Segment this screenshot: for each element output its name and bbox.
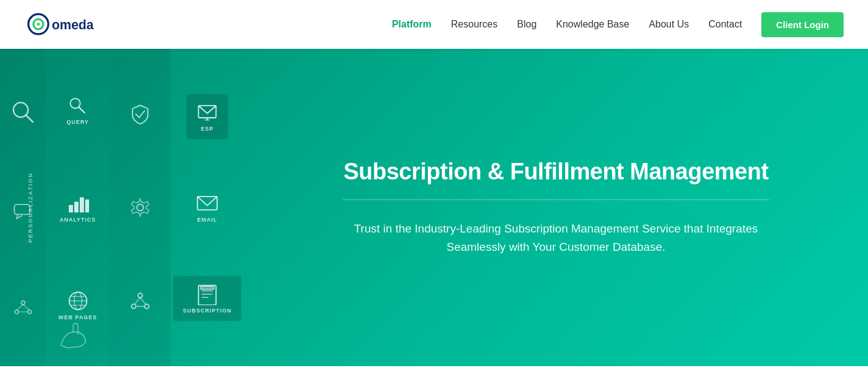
esp-icon: ESP (187, 94, 228, 139)
svg-point-2 (37, 23, 40, 26)
header: omeda Platform Resources Blog Knowledge … (0, 0, 868, 49)
svg-line-24 (136, 114, 139, 117)
svg-line-31 (140, 298, 146, 305)
svg-rect-15 (69, 206, 72, 212)
connections-icon (129, 290, 151, 312)
analytics-icon: ANALYTICS (60, 192, 96, 223)
email-label: EMAIL (197, 217, 218, 223)
nav-about-us[interactable]: About Us (649, 19, 689, 30)
query-icon-large (9, 98, 38, 127)
subscription-label: SUBSCRIPTION (183, 308, 232, 314)
svg-rect-18 (85, 200, 88, 212)
svg-rect-16 (74, 202, 77, 212)
svg-point-8 (15, 310, 18, 314)
icon-col-1 (0, 49, 46, 366)
shield-icon (129, 103, 151, 125)
icon-panels: QUERY ANALYTICS WEB P (0, 49, 262, 366)
svg-line-25 (139, 110, 144, 117)
icon-col-2: QUERY ANALYTICS WEB P (46, 49, 110, 366)
svg-line-5 (26, 115, 33, 122)
nav-knowledge-base[interactable]: Knowledge Base (556, 19, 629, 30)
logo[interactable]: omeda (24, 9, 134, 40)
svg-line-14 (79, 107, 85, 113)
subscription-icon: SUBSCRIPTION (173, 276, 241, 321)
query-icon: QUERY (66, 95, 89, 125)
svg-point-29 (144, 305, 149, 309)
nav-resources[interactable]: Resources (451, 19, 497, 30)
svg-point-19 (69, 292, 87, 310)
svg-point-26 (137, 204, 144, 211)
hero-divider (343, 200, 769, 200)
svg-point-7 (21, 301, 25, 305)
hand-icon (55, 321, 91, 354)
nav-blog[interactable]: Blog (517, 19, 536, 30)
omeda-logo-svg: omeda (24, 9, 134, 40)
main-nav: Platform Resources Blog Knowledge Base A… (392, 12, 844, 37)
svg-text:omeda: omeda (52, 18, 94, 32)
network-icon (12, 295, 34, 317)
svg-rect-37 (199, 286, 216, 305)
web-pages-label: WEB PAGES (59, 314, 97, 320)
email-icon: EMAIL (194, 192, 220, 223)
chat-icon (12, 200, 34, 222)
icon-col-3 (110, 49, 171, 366)
hero-title: Subscription & Fulfillment Management (280, 159, 831, 185)
gear-icon (129, 197, 151, 218)
svg-rect-41 (201, 287, 214, 290)
svg-point-13 (71, 98, 80, 108)
web-pages-icon: WEB PAGES (59, 290, 97, 320)
icon-col-4: ESP EMAIL SUBSCRIPTION (171, 49, 244, 366)
hero-subtitle: Trust in the Industry-Leading Subscripti… (349, 220, 763, 257)
svg-point-4 (13, 103, 28, 117)
svg-rect-6 (14, 204, 29, 214)
client-login-button[interactable]: Client Login (761, 12, 844, 37)
svg-line-11 (23, 305, 30, 310)
svg-rect-36 (197, 197, 217, 210)
esp-label: ESP (201, 126, 213, 132)
hero-section: QUERY ANALYTICS WEB P (0, 49, 868, 366)
svg-line-30 (135, 298, 140, 305)
svg-rect-33 (199, 106, 216, 118)
nav-platform[interactable]: Platform (392, 19, 432, 30)
svg-point-9 (27, 310, 31, 314)
query-label: QUERY (66, 119, 89, 125)
svg-point-20 (74, 292, 82, 310)
hero-content: Subscription & Fulfillment Management Tr… (244, 159, 868, 257)
svg-rect-17 (80, 198, 83, 212)
svg-line-10 (16, 305, 23, 310)
svg-point-27 (138, 294, 142, 298)
nav-contact[interactable]: Contact (708, 19, 742, 30)
analytics-label: ANALYTICS (60, 217, 96, 223)
personalization-label: PERSONALIZATION (27, 172, 34, 242)
svg-point-28 (132, 305, 136, 309)
